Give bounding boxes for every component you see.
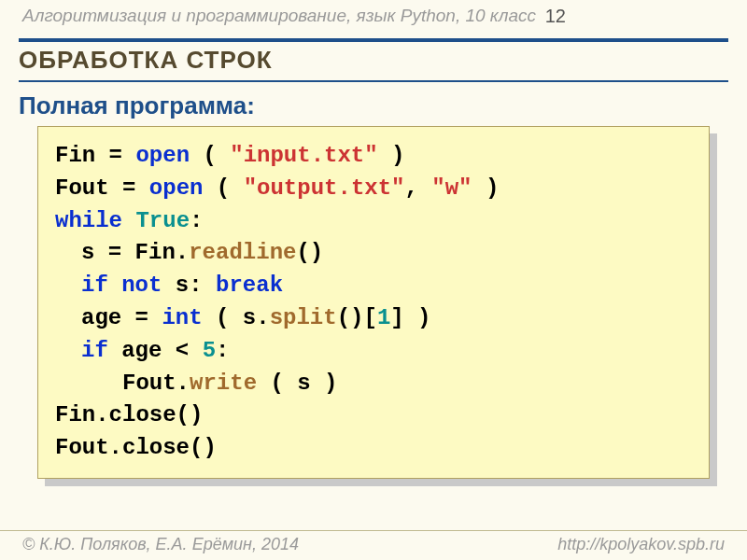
code-block: Fin = open ( "input.txt" ) Fout = open (… <box>37 126 710 479</box>
code-line-6: age = int ( s.split()[1] ) <box>81 302 692 335</box>
page-number: 12 <box>545 6 566 27</box>
footer-url: http://kpolyakov.spb.ru <box>557 535 725 554</box>
slide-footer: © К.Ю. Поляков, Е.А. Ерёмин, 2014 http:/… <box>0 530 747 560</box>
code-line-9: Fin.close() <box>55 399 692 432</box>
code-line-8: Fout.write ( s ) <box>122 368 692 400</box>
code-line-10: Fout.close() <box>55 432 692 465</box>
subtitle: Полная программа: <box>19 91 728 120</box>
code-line-2: Fout = open ( "output.txt", "w" ) <box>55 173 692 205</box>
topic-text: Алгоритмизация и программирование, язык … <box>22 6 536 27</box>
section-title: ОБРАБОТКА СТРОК <box>19 38 728 82</box>
code-block-wrapper: Fin = open ( "input.txt" ) Fout = open (… <box>37 126 710 479</box>
code-line-5: if not s: break <box>81 270 692 302</box>
code-line-3: while True: <box>55 205 692 238</box>
code-line-7: if age < 5: <box>81 335 692 368</box>
code-line-1: Fin = open ( "input.txt" ) <box>55 140 692 173</box>
code-line-4: s = Fin.readline() <box>81 237 692 270</box>
slide-header: Алгоритмизация и программирование, язык … <box>0 0 747 31</box>
copyright-text: © К.Ю. Поляков, Е.А. Ерёмин, 2014 <box>22 535 299 554</box>
